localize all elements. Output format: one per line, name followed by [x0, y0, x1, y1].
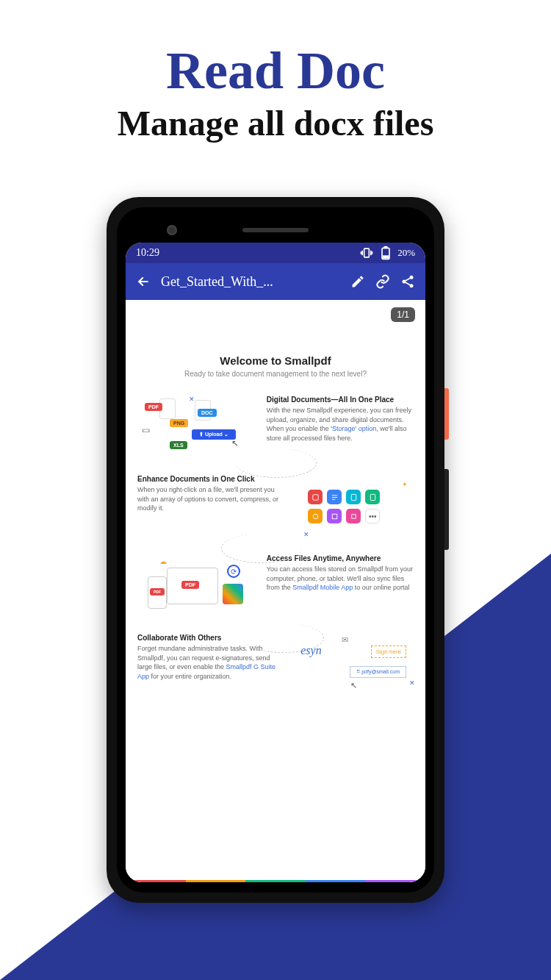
page-counter: 1/1	[391, 307, 415, 322]
back-button[interactable]	[136, 274, 151, 289]
section-3-body: You can access files stored on Smallpdf …	[267, 565, 414, 593]
pdf-badge: PDF	[145, 403, 162, 411]
sparkle-icon: ✕	[409, 679, 415, 687]
svg-point-4	[410, 276, 414, 279]
battery-icon	[378, 246, 393, 260]
promo-subheadline: Manage all docx files	[0, 103, 551, 143]
svg-point-5	[403, 280, 406, 284]
section-2-body: When you right-click on a file, we'll pr…	[137, 485, 284, 513]
cursor-icon: ↖	[231, 438, 239, 448]
power-button-accent	[444, 388, 449, 440]
doc-subheading: Ready to take document management to the…	[137, 370, 414, 378]
cloud-icon: ☁	[159, 557, 167, 565]
svg-rect-8	[351, 494, 356, 500]
pdf-badge: PDF	[181, 581, 199, 589]
section-3: PDF PDF ⟳ ☁ Access Files Anytime, Anywhe…	[137, 554, 414, 620]
mobile-app-link[interactable]: Smallpdf Mobile App	[292, 584, 353, 591]
dotted-arrow	[236, 448, 317, 478]
speaker-grille	[242, 228, 309, 232]
tool-tile-icon	[346, 490, 361, 504]
link-button[interactable]	[375, 274, 390, 289]
app-bar: Get_Started_With_...	[126, 263, 425, 300]
status-bar: 10:29 20%	[126, 243, 425, 263]
section-1-heading: Digital Documents—All In One Place	[267, 396, 414, 404]
tool-tile-icon	[365, 490, 380, 504]
battery-percent: 20%	[397, 247, 415, 259]
tool-tile-icon	[308, 509, 323, 523]
sparkle-icon: ✕	[189, 396, 195, 403]
phone-frame: 10:29 20% Get_Started_With_...	[107, 197, 444, 903]
mail-icon: ✉	[342, 635, 348, 645]
camera-dot	[167, 225, 177, 235]
section-4-illustration: esyn Sign here ⠿ pdfy@small.com ✕ ↖ ✉	[293, 634, 414, 700]
sparkle-icon: ✕	[303, 531, 309, 538]
edit-button[interactable]	[350, 274, 365, 289]
status-time: 10:29	[136, 247, 159, 259]
email-box: ⠿ pdfy@small.com	[350, 666, 406, 678]
share-button[interactable]	[400, 274, 415, 289]
tool-tile-icon	[346, 509, 361, 523]
folder-icon: ▭	[142, 425, 150, 435]
volume-button	[444, 469, 449, 550]
svg-rect-9	[370, 494, 375, 500]
section-3-illustration: PDF PDF ⟳ ☁	[137, 554, 258, 620]
signature-scribble: esyn	[300, 644, 321, 657]
section-1-illustration: PDF DOC PNG XLS ⬆ Upload ⌄ ↖ ▭ ✕	[137, 396, 258, 462]
storage-link[interactable]: 'Storage' option	[331, 425, 376, 432]
svg-rect-3	[383, 256, 389, 258]
tool-tile-icon	[327, 490, 342, 504]
document-title: Get_Started_With_...	[161, 274, 340, 290]
tool-tile-icon	[308, 490, 323, 504]
png-badge: PNG	[170, 419, 188, 427]
upload-button-illustration: ⬆ Upload ⌄	[192, 429, 236, 440]
sparkle-icon: ✦	[402, 481, 408, 488]
sync-icon: ⟳	[227, 565, 240, 578]
promo-headline: Read Doc	[0, 0, 551, 101]
svg-point-10	[313, 514, 317, 518]
xls-badge: XLS	[170, 441, 187, 449]
phone-bezel: 10:29 20% Get_Started_With_...	[117, 207, 434, 893]
tool-tile-icon	[327, 509, 342, 523]
svg-rect-7	[313, 494, 318, 499]
svg-point-6	[410, 284, 414, 287]
svg-rect-2	[384, 247, 386, 248]
screen: 10:29 20% Get_Started_With_...	[126, 243, 425, 882]
document-viewport[interactable]: 1/1 Welcome to Smallpdf Ready to take do…	[126, 300, 425, 882]
doc-badge: DOC	[198, 409, 217, 417]
cursor-icon: ↖	[350, 681, 357, 690]
section-2-illustration: ••• ✦ ✕	[293, 475, 414, 541]
sign-here-box: Sign here	[371, 645, 406, 658]
section-1-body: With the new Smallpdf experience, you ca…	[267, 406, 414, 443]
doc-heading: Welcome to Smallpdf	[137, 354, 414, 367]
rainbow-divider	[126, 880, 425, 882]
section-2: ••• ✦ ✕ Enhance Documents in One Click W…	[137, 475, 414, 541]
svg-rect-11	[332, 514, 336, 518]
color-grid-icon	[223, 584, 243, 604]
pdf-badge: PDF	[150, 588, 165, 595]
more-tile: •••	[365, 509, 380, 523]
vibrate-icon	[359, 246, 374, 260]
svg-rect-0	[364, 248, 370, 257]
